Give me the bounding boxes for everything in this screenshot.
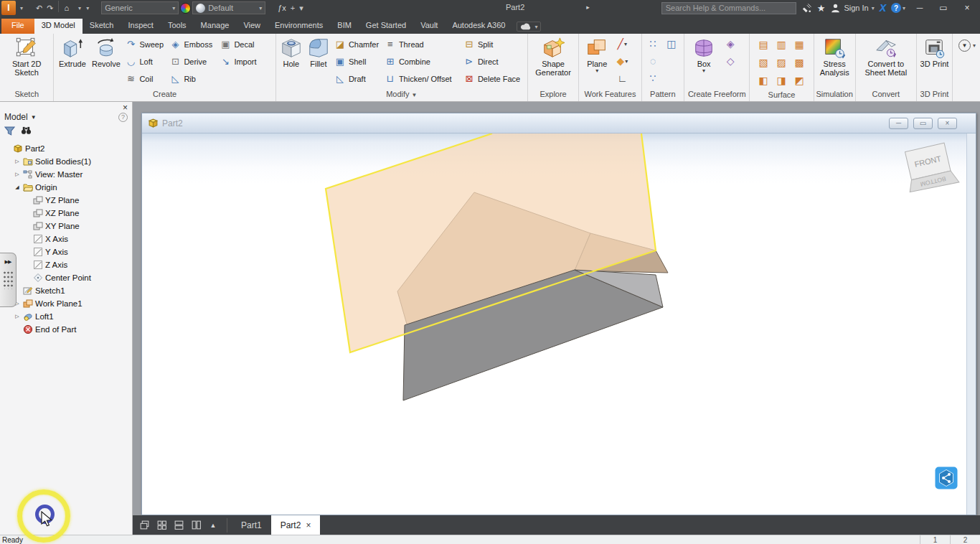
panel-label-modify[interactable]: Modify▼ (276, 89, 527, 101)
document-titlebar[interactable]: Part2 ─ ▭ × (142, 113, 976, 133)
decal-button[interactable]: ▣ Decal (217, 36, 263, 53)
revolve-button[interactable]: Revolve (89, 35, 123, 68)
tree-expand-arrow[interactable]: ▷ (14, 172, 21, 177)
stitch-surface-button[interactable]: ▤ ▾ (755, 36, 772, 53)
new-file-button[interactable]: ▾ (17, 1, 25, 15)
tab-get-started[interactable]: Get Started (359, 19, 413, 34)
3d-print-button[interactable]: 3D Print (918, 35, 951, 68)
loft1-tree-item[interactable]: ▷ Loft1 (0, 310, 132, 323)
cloud-services-button[interactable]: ▾ (517, 22, 541, 32)
a360-share-button[interactable] (935, 466, 958, 489)
shape-generator-button[interactable]: Shape Generator (529, 35, 577, 77)
extend-surface-button[interactable]: ▦ ▾ (791, 36, 808, 53)
communication-center-icon[interactable] (801, 3, 812, 14)
material-select[interactable]: Generic▾ (101, 1, 179, 14)
x-axis-tree-item[interactable]: X Axis (0, 233, 132, 245)
thread-button[interactable]: ≡ Thread (382, 36, 461, 53)
tab-3d-model[interactable]: 3D Model (34, 19, 83, 34)
viewcube[interactable]: FRONT BOTTOM (901, 138, 961, 200)
work-axis-button[interactable]: ╱ ▾ (613, 35, 631, 52)
arrange-vertical-icon[interactable] (188, 518, 204, 533)
tab-vault[interactable]: Vault (413, 19, 445, 34)
y-axis-tree-item[interactable]: Y Axis (0, 245, 132, 258)
tab-file[interactable]: File (1, 19, 34, 34)
panel-flyout-handle[interactable]: ▶▶ (0, 253, 17, 307)
doc-minimize-button[interactable]: ─ (889, 118, 908, 129)
doc-restore-button[interactable]: ▭ (913, 118, 933, 129)
search-input[interactable] (661, 2, 796, 14)
material-browser-button[interactable]: ▾ (95, 1, 100, 15)
mirror-button[interactable]: ◫ ▾ (663, 35, 680, 52)
ribbon-collapse-button[interactable]: ▼ (958, 39, 971, 52)
tile-windows-icon[interactable] (154, 518, 169, 533)
freeform-edit-button[interactable]: ◈ ▾ (722, 35, 739, 52)
select-tool-button[interactable]: ▾ (83, 1, 91, 15)
appearance-wheel-icon[interactable] (180, 3, 191, 14)
tree-expand-arrow[interactable]: ▷ (14, 159, 21, 164)
sketch1-tree-item[interactable]: Sketch1 (0, 284, 132, 297)
boundary-patch-button[interactable]: ▧ ▾ (755, 54, 772, 71)
plane-button[interactable]: Plane ▾ (580, 35, 613, 75)
shell-button[interactable]: ▣ Shell (332, 53, 382, 70)
close-icon[interactable]: × (306, 520, 311, 530)
stress-analysis-button[interactable]: Stress Analysis (816, 35, 854, 77)
rib-button[interactable]: ◺ Rib (167, 70, 217, 88)
canvas-scrollbar-gutter[interactable] (966, 133, 976, 515)
ucs-button[interactable]: ∟ ▾ (613, 70, 631, 87)
viewport-canvas[interactable]: FRONT BOTTOM (142, 133, 976, 515)
import-button[interactable]: ↘ Import (217, 53, 263, 70)
circular-pattern-button[interactable]: ◌ ▾ (644, 52, 661, 70)
parameters-fx-button[interactable]: ƒx ▾ (275, 1, 288, 15)
derive-button[interactable]: ⊡ Derive (167, 53, 217, 70)
emboss-button[interactable]: ◈ Emboss (167, 36, 217, 53)
part1-button[interactable]: Part1 × (232, 515, 271, 535)
visual-style-button[interactable]: ▾ (75, 1, 83, 15)
freeform-convert-button[interactable]: ◇ ▾ (722, 52, 739, 70)
extrude-button[interactable]: Extrude (55, 35, 89, 68)
close-button[interactable]: × (958, 3, 976, 13)
fillet-button[interactable]: Fillet (305, 35, 332, 68)
patch-surface-button[interactable]: ▥ ▾ (773, 36, 790, 53)
doc-close-button[interactable]: × (938, 118, 957, 129)
maximize-button[interactable]: ▭ (934, 3, 953, 13)
chamfer-button[interactable]: ◪ Chamfer (332, 36, 382, 53)
chevron-down-icon[interactable]: ▼ (31, 114, 37, 121)
qat-customize-button[interactable]: ▾ ▾ (297, 1, 306, 15)
browser-help-icon[interactable]: ? (118, 113, 128, 122)
sign-in-button[interactable]: Sign In ▾ (830, 3, 874, 14)
start-2d-sketch-button[interactable]: Start 2D Sketch (3, 35, 50, 77)
origin-tree-item[interactable]: ◢ Origin (0, 181, 132, 194)
undo-button[interactable]: ↶ ▾ (34, 1, 44, 15)
work-plane1-tree-item[interactable]: ▷ Work Plane1 (0, 297, 132, 310)
trim-surface-button[interactable]: ▨ ▾ (773, 54, 790, 71)
freeform-box-button[interactable]: Box ▾ (686, 35, 722, 75)
thicken-offset-button[interactable]: ⊔ Thicken/ Offset (382, 70, 461, 88)
exchange-apps-icon[interactable]: X (880, 2, 886, 14)
minimize-button[interactable]: ─ (910, 3, 929, 13)
tab-inspect[interactable]: Inspect (121, 19, 160, 34)
work-point-button[interactable]: ◆ ▾ (613, 52, 631, 70)
combine-button[interactable]: ⊞ Combine (382, 53, 461, 70)
xy-plane-tree-item[interactable]: XY Plane (0, 220, 132, 233)
draft-button[interactable]: ◺ Draft (332, 70, 382, 88)
loft-button[interactable]: ◡ Loft (123, 53, 167, 70)
convert-sheet-metal-button[interactable]: Convert to Sheet Metal (857, 35, 915, 77)
measure-button[interactable]: + ▾ (288, 1, 297, 15)
delete-face-button[interactable]: ⊠ Delete Face (461, 70, 526, 88)
expand-tabs-icon[interactable]: ▲ (205, 518, 221, 533)
tab-bim[interactable]: BIM (330, 19, 359, 34)
chevron-down-icon[interactable]: ▾ (973, 42, 976, 49)
tab-tools[interactable]: Tools (161, 19, 194, 34)
tab-manage[interactable]: Manage (194, 19, 237, 34)
search-binoculars-icon[interactable] (21, 126, 32, 136)
sculpt-surface-button[interactable]: ◧ ▾ (755, 72, 772, 89)
tab-sketch[interactable]: Sketch (83, 19, 121, 34)
filter-icon[interactable] (4, 126, 15, 136)
tab-view[interactable]: View (236, 19, 268, 34)
replace-face-button[interactable]: ◨ ▾ (773, 72, 790, 89)
inventor-logo-icon[interactable]: I (1, 1, 16, 15)
browser-close-icon[interactable]: × (123, 103, 128, 113)
direct-button[interactable]: ⊳ Direct (461, 53, 526, 70)
tab-autodesk-a360[interactable]: Autodesk A360 (445, 19, 512, 34)
solid-bodies-1-tree-item[interactable]: ▷ Solid Bodies(1) (0, 155, 132, 168)
